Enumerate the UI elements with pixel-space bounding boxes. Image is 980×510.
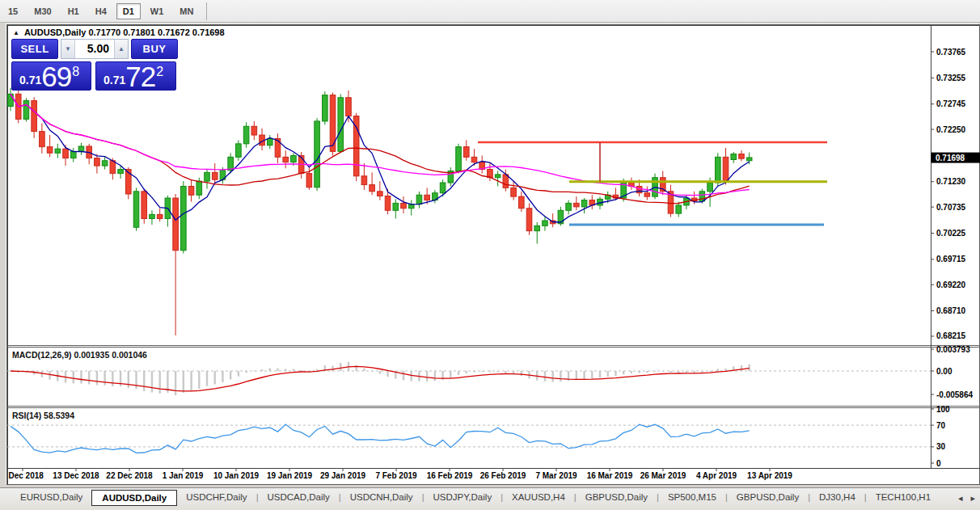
rsi-line	[11, 424, 750, 453]
svg-text:7 Mar 2019: 7 Mar 2019	[535, 471, 577, 480]
buy-price-pip: 2	[156, 65, 163, 79]
tab-scroll-buttons: ◂▸	[958, 493, 975, 504]
chart-tab-dj30[interactable]: DJ30,H4	[810, 490, 864, 504]
chart-tab-gbpusd[interactable]: GBPUSD,Daily	[728, 490, 808, 504]
svg-text:0: 0	[936, 459, 941, 468]
macd-histogram	[10, 362, 750, 395]
svg-text:10 Jan 2019: 10 Jan 2019	[213, 471, 260, 480]
rsi-indicator-label: RSI(14) 58.5394	[12, 411, 74, 420]
svg-text:13 Dec 2018: 13 Dec 2018	[53, 471, 99, 480]
svg-text:7 Feb 2019: 7 Feb 2019	[375, 471, 417, 480]
chart-tab-eurusd[interactable]: EURUSD,Daily	[11, 490, 91, 504]
sell-price-pip: 8	[72, 65, 79, 79]
chart-tab-sp500[interactable]: SP500,M15	[659, 490, 725, 504]
candlestick-series	[8, 88, 752, 335]
svg-text:0.003793: 0.003793	[936, 345, 970, 354]
svg-text:70: 70	[936, 421, 946, 430]
trade-panel-toggle-icon[interactable]: ▲	[13, 29, 19, 36]
svg-text:0.73765: 0.73765	[936, 48, 966, 57]
chart-tab-gbpusd[interactable]: GBPUSD,Daily	[577, 490, 657, 504]
chart-tab-usdchf[interactable]: USDCHF,Daily	[177, 490, 256, 504]
price-axis-labels: 0.737650.732550.727450.722500.712300.707…	[931, 48, 966, 341]
macd-indicator-label: MACD(12,26,9) 0.001935 0.001046	[12, 350, 147, 360]
chart-tab-bar: EURUSD,DailyAUDUSD,DailyUSDCHF,Daily|USD…	[0, 487, 980, 510]
chart-tab-usdcad[interactable]: USDCAD,Daily	[258, 490, 338, 504]
timeframe-button-w1[interactable]: W1	[144, 3, 171, 19]
svg-text:0.72250: 0.72250	[936, 125, 966, 134]
timeframe-button-h1[interactable]: H1	[61, 3, 86, 19]
svg-text:29 Jan 2019: 29 Jan 2019	[320, 471, 366, 480]
chart-tab-usdcnh[interactable]: USDCNH,Daily	[341, 490, 422, 504]
svg-text:30: 30	[936, 442, 946, 451]
sell-price-panel[interactable]: 0.71 69 8	[11, 61, 91, 91]
toolbar-separator	[206, 2, 207, 20]
buy-price-big: 72	[125, 62, 155, 91]
symbol-ohlc-text: AUDUSD,Daily 0.71770 0.71801 0.71672 0.7…	[24, 27, 225, 37]
svg-text:0.69220: 0.69220	[936, 280, 966, 289]
timeframe-button-m30[interactable]: M30	[27, 3, 57, 19]
sell-price-big: 69	[41, 62, 71, 91]
svg-text:0.72745: 0.72745	[936, 99, 966, 108]
svg-text:26 Feb 2019: 26 Feb 2019	[480, 471, 526, 480]
svg-text:0.68215: 0.68215	[936, 331, 966, 340]
tab-scroll-right-icon[interactable]: ▸	[970, 493, 975, 504]
svg-text:0.70735: 0.70735	[936, 203, 966, 212]
svg-text:0.68710: 0.68710	[936, 306, 966, 315]
chart-window: 0.737650.732550.727450.722500.712300.707…	[6, 24, 980, 485]
svg-text:4 Dec 2018: 4 Dec 2018	[7, 471, 44, 480]
rsi-axis-labels: 10070300	[931, 405, 950, 468]
timeframe-button-h4[interactable]: H4	[89, 3, 113, 19]
sell-price-prefix: 0.71	[19, 74, 41, 86]
timeframe-button-mn[interactable]: MN	[173, 3, 200, 19]
svg-text:4 Apr 2019: 4 Apr 2019	[696, 471, 737, 480]
chart-tab-audusd[interactable]: AUDUSD,Daily	[91, 490, 177, 506]
volume-decrease-icon[interactable]: ▼	[61, 40, 75, 58]
svg-text:-0.005864: -0.005864	[936, 390, 973, 399]
svg-text:0.70225: 0.70225	[936, 229, 966, 238]
timeframe-button-d1[interactable]: D1	[116, 3, 141, 19]
buy-button[interactable]: BUY	[131, 39, 178, 59]
svg-text:1 Jan 2019: 1 Jan 2019	[163, 471, 204, 480]
svg-text:22 Dec 2018: 22 Dec 2018	[106, 471, 153, 480]
symbol-header: ▲ AUDUSD,Daily 0.71770 0.71801 0.71672 0…	[13, 27, 225, 37]
one-click-trade-panel: SELL ▼ 5.00 ▲ BUY 0.71 69 8 0.71 72 2	[11, 39, 178, 116]
timeframe-button-15[interactable]: 15	[2, 3, 24, 19]
time-axis-labels: 4 Dec 201813 Dec 201822 Dec 20181 Jan 20…	[7, 468, 792, 480]
chart-tab-xauusd[interactable]: XAUUSD,H4	[503, 490, 574, 504]
svg-text:0.71230: 0.71230	[936, 177, 966, 186]
buy-price-prefix: 0.71	[103, 74, 125, 86]
current-price-value: 0.71698	[936, 154, 965, 162]
volume-increase-icon[interactable]: ▲	[114, 40, 128, 58]
volume-field[interactable]: 5.00	[75, 40, 114, 58]
buy-price-panel[interactable]: 0.71 72 2	[95, 61, 176, 91]
chart-tab-usdjpy[interactable]: USDJPY,Daily	[424, 490, 501, 504]
svg-text:100: 100	[936, 405, 950, 414]
macd-axis-labels: 0.0037930.00-0.005864	[931, 345, 973, 399]
tab-scroll-left-icon[interactable]: ◂	[958, 493, 963, 504]
svg-text:0.69715: 0.69715	[936, 255, 966, 263]
volume-stepper: ▼ 5.00 ▲	[61, 39, 129, 59]
chart-tab-tech100[interactable]: TECH100,H1	[867, 490, 940, 504]
svg-text:19 Jan 2019: 19 Jan 2019	[267, 471, 313, 480]
sell-button[interactable]: SELL	[11, 39, 58, 59]
svg-text:0.73255: 0.73255	[936, 74, 966, 82]
svg-text:0.00: 0.00	[936, 367, 953, 376]
timeframe-toolbar: 15M30H1H4D1W1MN	[0, 0, 980, 23]
svg-text:26 Mar 2019: 26 Mar 2019	[640, 471, 686, 480]
svg-text:16 Mar 2019: 16 Mar 2019	[587, 471, 633, 480]
svg-text:16 Feb 2019: 16 Feb 2019	[427, 471, 473, 480]
svg-text:13 Apr 2019: 13 Apr 2019	[747, 471, 792, 480]
